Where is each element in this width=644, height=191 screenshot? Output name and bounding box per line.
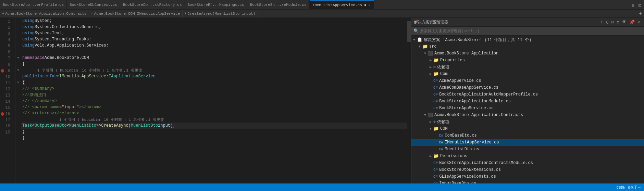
tab-label: BookStoreApp...erProfile.cs	[3, 3, 64, 7]
se-pin-button[interactable]: 📌	[628, 19, 636, 25]
tab-bookstore-mappings[interactable]: BookStoreEf...Mappings.cs	[185, 0, 247, 9]
fold-indicator[interactable]	[15, 49, 21, 55]
tree-item[interactable]: ▼📁COM	[411, 125, 644, 132]
address-expand-button[interactable]: +	[637, 11, 644, 16]
tree-item[interactable]: C#AcmeAppService.cs	[411, 77, 644, 84]
tree-item[interactable]: ▼📁src	[411, 43, 644, 50]
tree-item[interactable]: C#BookStoreDtoExtensions.cs	[411, 166, 644, 173]
tree-item[interactable]: ▶📁Permissions	[411, 153, 644, 160]
tree-expander[interactable]: ▼	[417, 45, 422, 49]
fold-indicator[interactable]	[15, 98, 21, 104]
code-token: IApplicationService	[109, 74, 156, 79]
tree-item[interactable]: C#BookStoreApplicationContractsModule.cs	[411, 160, 644, 166]
address-segment-contracts[interactable]: ♦ Acme.BookStore.Application.Contracts	[0, 10, 89, 17]
tree-expander[interactable]: ▶	[428, 65, 433, 69]
address-segment-service[interactable]: ○ Acme.BookStore.COM.IMenuListAppService	[89, 10, 183, 17]
tree-item-icon: C#	[433, 78, 438, 83]
fold-indicator[interactable]	[15, 73, 21, 79]
fold-indicator[interactable]	[15, 129, 21, 135]
fold-indicator[interactable]	[15, 86, 21, 92]
tab-bookstore-profile[interactable]: BookStoreApp...erProfile.cs	[0, 0, 67, 9]
se-collapse-button[interactable]: ⊟	[610, 19, 615, 25]
se-tree[interactable]: ▼📋解决方案 'Acme.BookStore' (11 个项目，共 11 个)▼…	[411, 36, 644, 183]
line-number: 2	[0, 25, 12, 31]
se-close-button[interactable]: ✕	[636, 19, 641, 25]
fold-indicator[interactable]	[15, 24, 21, 30]
fold-indicator[interactable]	[15, 36, 21, 42]
tree-expander[interactable]: ▼	[411, 38, 417, 42]
tree-item[interactable]: C#InputBaseDto.cs	[411, 180, 644, 183]
fold-indicator[interactable]	[15, 18, 21, 24]
tab-imenulist[interactable]: IMenuListAppService.cs ● ✕	[310, 0, 374, 9]
address-segment-method[interactable]: ♦ CreateAsync(MuenListDto input)	[183, 10, 258, 17]
tree-expander[interactable]: ▶	[428, 72, 433, 76]
fold-indicator[interactable]	[15, 30, 21, 36]
tree-item[interactable]: ▶📁Properties	[411, 57, 644, 64]
tab-bookstore-module[interactable]: BookStoreEn...reModule.cs	[247, 0, 310, 9]
tree-item[interactable]: C#GLisAppServiceConsts.cs	[411, 173, 644, 180]
tree-item[interactable]: ▶⚙依赖项	[411, 64, 644, 71]
tree-item-icon: ⚙	[433, 65, 436, 69]
tree-item[interactable]: C#ComBaseDto.cs	[411, 132, 644, 139]
fold-indicator[interactable]	[15, 92, 21, 98]
address-dot2: ○	[91, 12, 93, 15]
tree-item[interactable]: C#AcmeComBaseAppService.cs	[411, 84, 644, 91]
fold-indicator[interactable]	[15, 110, 21, 116]
tree-expander[interactable]: ▼	[422, 113, 428, 117]
code-line: /// 新增接口	[21, 92, 407, 98]
tree-item-icon: C#	[433, 99, 438, 104]
code-line: {	[21, 79, 407, 86]
tree-item[interactable]: ▼⬛Acme.BookStore.Application.Contracts	[411, 112, 644, 118]
tab-list-button[interactable]: ≡	[630, 2, 635, 9]
tree-expander[interactable]: ▶	[428, 120, 433, 124]
fold-indicator[interactable]: ▼	[15, 79, 21, 86]
tree-expander[interactable]: ▼	[428, 127, 433, 131]
tree-item[interactable]: C#BookStoreAppService.cs	[411, 105, 644, 112]
fold-indicator[interactable]	[15, 42, 21, 49]
tab-label: BookStoreEn...reModule.cs	[250, 3, 307, 7]
se-refresh-button[interactable]: ↻	[605, 19, 610, 25]
se-sync-button[interactable]: ↕	[599, 19, 604, 25]
fold-indicator[interactable]	[15, 61, 21, 67]
tree-item[interactable]: C#BookStoreApplicationAutoMapperProfile.…	[411, 91, 644, 98]
code-line: /// <returns></returns>	[21, 110, 407, 116]
code-token: /// </summary>	[22, 99, 57, 103]
tree-item-label: BookStoreAppService.cs	[439, 106, 493, 111]
address-dot3: ♦	[185, 12, 187, 15]
tab-bookstore-dbfactory[interactable]: BookStoreDb...xtFactory.cs	[120, 0, 185, 9]
fold-indicator[interactable]: ▼	[15, 67, 21, 73]
code-token: /// <returns></returns>	[22, 111, 79, 116]
tree-item-label: 依赖项	[437, 119, 449, 125]
tree-item[interactable]: C#MuenListDto.cs	[411, 146, 644, 153]
tree-item[interactable]: C#BookStoreApplicationModule.cs	[411, 98, 644, 105]
tree-item[interactable]: ▶⚙依赖项	[411, 118, 644, 125]
tree-item[interactable]: ▼📋解决方案 'Acme.BookStore' (11 个项目，共 11 个)	[411, 36, 644, 43]
tree-item-icon: 📁	[422, 44, 428, 49]
tree-expander[interactable]: ▶	[428, 58, 433, 62]
code-token: System.Text;	[35, 31, 64, 36]
se-search-input[interactable]	[420, 29, 642, 33]
tree-item[interactable]: C#IMenuListAppService.cs	[411, 139, 644, 146]
tree-item-icon: ⬛	[428, 113, 433, 118]
code-line: using System;	[21, 18, 407, 24]
tree-expander[interactable]: ▼	[422, 52, 428, 55]
tab-bookstore-dbcontext[interactable]: BookStoreDbContext.cs	[67, 0, 120, 9]
fold-indicator[interactable]	[15, 116, 21, 123]
tree-item-icon: C#	[433, 181, 438, 183]
fold-indicator[interactable]	[15, 123, 21, 129]
fold-indicator[interactable]: ▼	[15, 55, 21, 61]
tree-item[interactable]: ▶📁Com	[411, 71, 644, 77]
se-preview-button[interactable]: 👁	[621, 19, 628, 25]
tab-split-button[interactable]: ⊡	[637, 2, 643, 9]
tree-item-icon: 📁	[433, 153, 439, 159]
tree-item-icon: C#	[439, 133, 443, 138]
se-properties-button[interactable]: ⚙	[616, 19, 620, 25]
tree-item[interactable]: ▼⬛Acme.BookStore.Application	[411, 50, 644, 57]
tree-item-label: src	[429, 44, 437, 49]
tab-close-button[interactable]: ✕	[368, 3, 371, 8]
tree-expander[interactable]: ▶	[428, 154, 433, 158]
fold-indicator[interactable]	[15, 104, 21, 110]
code-line: /// <param name="input"></param>	[21, 104, 407, 110]
code-editor[interactable]: using System;using System.Collections.Ge…	[21, 18, 407, 183]
tree-item-icon: C#	[433, 161, 438, 165]
